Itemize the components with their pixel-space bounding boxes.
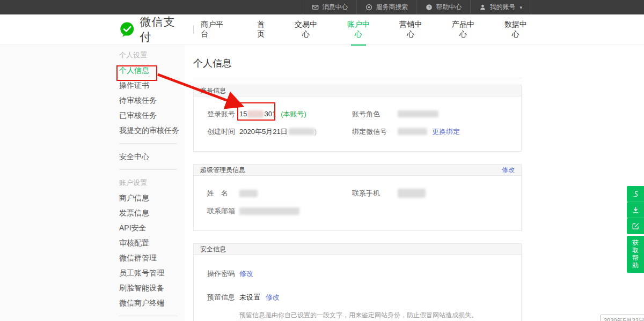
section-body: 登录账号 15 301 (本账号) 账号角色 [194, 96, 521, 151]
topbar: 消息中心 服务商搜索 ? 帮助中心 我的账号 ▾ [0, 0, 644, 14]
feedback-icon [632, 222, 640, 230]
sidebar-item-operation-certificate[interactable]: 操作证书 [119, 78, 185, 93]
account-role-value [398, 110, 438, 117]
change-binding-link[interactable]: 更换绑定 [432, 127, 460, 137]
field-label: 联系手机 [352, 189, 398, 198]
field-label: 绑定微信号 [352, 127, 398, 137]
date-tooltip: 2020年5月22日 [600, 315, 644, 321]
portal-name: 商户平台 [201, 20, 230, 39]
section-header: 安全信息 [194, 244, 521, 255]
get-help-label: 获取帮助 [632, 239, 639, 269]
topbar-item-label: 服务商搜索 [376, 3, 408, 12]
sidebar-item-security-center[interactable]: 安全中心 [119, 149, 185, 164]
section-account-info: 账号信息 登录账号 15 301 (本账号) 账号角色 [193, 85, 522, 152]
field-label: 创建时间 [207, 127, 239, 137]
page-title: 个人信息 [193, 54, 644, 70]
field-contact-email: 联系邮箱 [194, 206, 352, 216]
brand[interactable]: 微信支付 商户平台 [119, 14, 230, 44]
feedback-button[interactable] [627, 218, 644, 234]
redacted-name [239, 190, 258, 197]
field-operation-password: 操作密码 修改 [194, 269, 352, 279]
redacted-account-role [398, 110, 438, 117]
sidebar-item-personal-info[interactable]: 个人信息 [119, 63, 185, 78]
brand-divider [193, 25, 194, 34]
sidebar-item-invoice-info[interactable]: 发票信息 [119, 205, 185, 220]
topbar-item-my-account[interactable]: 我的账号 ▾ [471, 0, 531, 14]
contact-email-value [239, 207, 299, 215]
redacted-created-time [289, 128, 314, 135]
nav-item-marketing-center[interactable]: 营销中心 [396, 18, 426, 41]
topbar-item-label: 消息中心 [322, 3, 348, 12]
sidebar-item-wechat-group-management[interactable]: 微信群管理 [119, 250, 185, 265]
topbar-item-provider-search[interactable]: 服务商搜索 [357, 0, 417, 14]
sidebar-item-reviewed-tasks[interactable]: 已审核任务 [119, 108, 185, 123]
current-account-tag: (本账号) [281, 109, 306, 119]
field-login-account: 登录账号 15 301 (本账号) [194, 109, 352, 119]
sidebar-item-wechat-merchant-terminal[interactable]: 微信商户终端 [119, 295, 185, 310]
modify-password-link[interactable]: 修改 [239, 269, 253, 279]
title-divider [193, 78, 522, 78]
topbar-item-label: 我的账号 [489, 3, 515, 12]
sidebar-item-merchant-info[interactable]: 商户信息 [119, 190, 185, 205]
sidebar: 个人设置 个人信息 操作证书 待审核任务 已审核任务 我提交的审核任务 安全中心… [0, 45, 185, 321]
nav-item-product-center[interactable]: 产品中心 [449, 18, 478, 41]
sidebar-item-review-config[interactable]: 审核配置 [119, 235, 185, 250]
section-header: 超级管理员信息 修改 [194, 165, 521, 176]
redacted-email [239, 207, 299, 215]
sidebar-divider [119, 169, 177, 170]
sidebar-item-face-smart-device[interactable]: 刷脸智能设备 [119, 280, 185, 295]
help-icon: ? [426, 4, 433, 11]
svg-text:?: ? [428, 5, 430, 10]
login-prefix: 15 [239, 110, 247, 118]
get-help-button[interactable]: 获取帮助 [627, 236, 644, 273]
download-icon [632, 206, 640, 214]
login-suffix: 301 [264, 110, 276, 118]
main-nav: 首页 交易中心 账户中心 营销中心 产品中心 数据中心 [230, 18, 530, 41]
created-date: 2020年5月21日 [239, 127, 288, 137]
sidebar-item-my-submitted-review-tasks[interactable]: 我提交的审核任务 [119, 123, 185, 138]
field-contact-phone: 联系手机 [352, 189, 426, 198]
floating-toolbar: 获取帮助 [627, 186, 644, 273]
field-bound-wechat: 绑定微信号 更换绑定 [352, 127, 460, 137]
chevron-down-icon: ▾ [519, 5, 522, 10]
field-reserved-info: 预留信息 未设置 修改 [194, 293, 280, 302]
search-icon [365, 4, 372, 11]
sidebar-item-staff-account-management[interactable]: 员工账号管理 [119, 265, 185, 280]
hotline-button[interactable] [627, 186, 644, 202]
section-header: 账号信息 [194, 85, 521, 96]
topbar-item-messages[interactable]: 消息中心 [303, 0, 357, 14]
field-name: 姓 名 [194, 189, 352, 198]
field-label: 操作密码 [207, 269, 239, 279]
user-icon [479, 4, 486, 11]
sidebar-divider [119, 316, 177, 316]
section-title: 超级管理员信息 [200, 166, 245, 175]
note-line: 预留信息是由你自己设置的一段文字，用来鉴定网站身份，防止假冒网站造成损失。 [239, 310, 521, 320]
nav-item-account-center[interactable]: 账户中心 [343, 18, 373, 41]
page-body: 个人设置 个人信息 操作证书 待审核任务 已审核任务 我提交的审核任务 安全中心… [0, 45, 644, 321]
nav-item-home[interactable]: 首页 [253, 18, 268, 41]
contact-phone-value [398, 189, 426, 198]
bound-wechat-value: 更换绑定 [398, 127, 460, 137]
nav-item-transaction-center[interactable]: 交易中心 [291, 18, 321, 41]
sidebar-item-pending-review-tasks[interactable]: 待审核任务 [119, 93, 185, 108]
section-super-admin-info: 超级管理员信息 修改 姓 名 联系手机 [193, 164, 522, 231]
sidebar-group-personal-settings: 个人设置 [119, 48, 185, 63]
field-account-role: 账号角色 [352, 109, 438, 119]
nav-item-data-center[interactable]: 数据中心 [501, 18, 530, 41]
field-label: 登录账号 [207, 109, 239, 119]
field-label: 姓 名 [207, 189, 239, 198]
topbar-item-help-center[interactable]: ? 帮助中心 [417, 0, 471, 14]
modify-reserved-info-link[interactable]: 修改 [266, 293, 280, 302]
redacted-login-middle [247, 110, 264, 118]
sidebar-item-api-security[interactable]: API安全 [119, 220, 185, 235]
created-time-value: 2020年5月21日 ) [239, 127, 317, 137]
header: 微信支付 商户平台 首页 交易中心 账户中心 营销中心 产品中心 数据中心 [0, 14, 644, 45]
section-security-info: 安全信息 操作密码 修改 预留信息 未设置 修改 预留 [193, 243, 522, 321]
modify-admin-link[interactable]: 修改 [502, 166, 515, 175]
field-created-time: 创建时间 2020年5月21日 ) [194, 127, 352, 137]
field-label: 联系邮箱 [207, 206, 239, 216]
sidebar-group-account-settings: 账户设置 [119, 175, 185, 190]
hotline-icon [632, 190, 640, 198]
download-button[interactable] [627, 202, 644, 218]
reserved-info-value: 未设置 [239, 293, 260, 302]
